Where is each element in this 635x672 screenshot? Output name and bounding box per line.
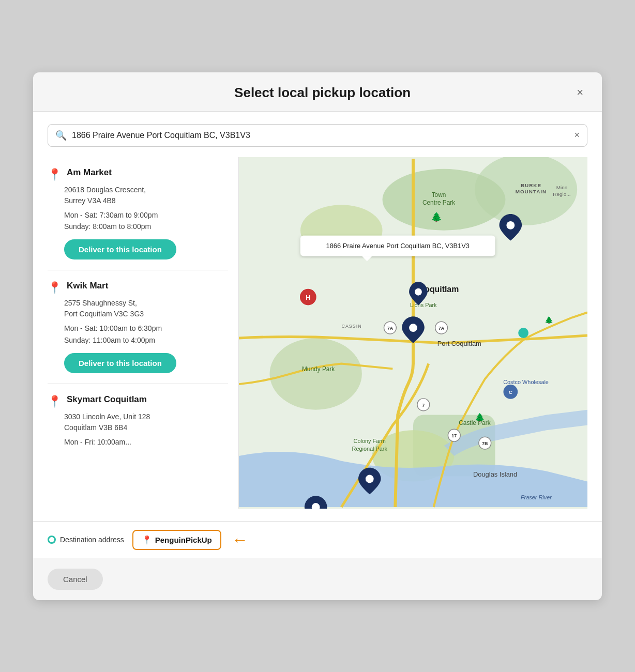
location-item-skymart: 📍 Skymart Coquitlam 3030 Lincoln Ave, Un… [48, 384, 228, 465]
map-svg: 7 7B 7A 7A 17 Town Centre Park BURKE M [239, 157, 587, 509]
svg-point-42 [506, 221, 515, 229]
svg-text:Town: Town [432, 191, 446, 198]
map-container: 7 7B 7A 7A 17 Town Centre Park BURKE M [239, 157, 587, 509]
svg-text:1866 Praire Avenue Port Coquit: 1866 Praire Avenue Port Coquitlam BC, V3… [326, 242, 470, 250]
location-name-row-skymart: 📍 Skymart Coquitlam [48, 394, 228, 408]
search-input[interactable] [72, 131, 569, 140]
modal-title: Select local pickup location [70, 85, 574, 101]
svg-text:CASSIN: CASSIN [342, 324, 362, 329]
location-item-kwik-mart: 📍 Kwik Mart 2575 Shaughnessy St, Port Co… [48, 270, 228, 384]
svg-text:BURKE: BURKE [521, 182, 541, 188]
map-pin-icon-skymart: 📍 [48, 395, 62, 408]
svg-text:🌲: 🌲 [431, 211, 443, 222]
svg-text:Centre Park: Centre Park [422, 199, 455, 206]
locations-list: 📍 Am Market 20618 Douglas Crescent, Surr… [48, 157, 239, 509]
deliver-button-kwik-mart[interactable]: Deliver to this location [64, 353, 176, 373]
location-hours-am-market: Mon - Sat: 7:30am to 9:00pm Sunday: 8:00… [64, 209, 228, 233]
svg-point-41 [518, 328, 528, 338]
destination-indicator: Destination address [48, 536, 124, 544]
location-name-kwik-mart: Kwik Mart [67, 281, 108, 291]
map-pin-icon-kwik-mart: 📍 [48, 281, 62, 295]
location-name-am-market: Am Market [67, 167, 112, 178]
location-name-row-kwik: 📍 Kwik Mart [48, 281, 228, 295]
search-icon: 🔍 [55, 130, 67, 141]
location-hours-skymart: Mon - Fri: 10:00am... [64, 436, 228, 448]
svg-text:7A: 7A [439, 326, 445, 331]
search-bar: 🔍 × [48, 124, 587, 147]
location-item-am-market: 📍 Am Market 20618 Douglas Crescent, Surr… [48, 157, 228, 271]
location-name-row: 📍 Am Market [48, 167, 228, 181]
penguin-pickup-label: PenguinPickUp [155, 536, 212, 544]
destination-label: Destination address [60, 536, 124, 544]
svg-text:Douglas Island: Douglas Island [473, 470, 517, 478]
svg-point-45 [366, 475, 374, 483]
svg-text:🌲: 🌲 [475, 412, 485, 422]
penguin-pickup-pin-icon: 📍 [142, 535, 152, 545]
cancel-button[interactable]: Cancel [48, 569, 103, 590]
location-address-skymart: 3030 Lincoln Ave, Unit 128 Coquitlam V3B… [64, 411, 228, 433]
penguin-pickup-badge[interactable]: 📍 PenguinPickUp [132, 530, 221, 550]
svg-text:Regio...: Regio... [553, 191, 570, 197]
arrow-right-icon: ← [232, 530, 248, 549]
svg-text:Colony Farm: Colony Farm [354, 438, 386, 444]
close-button[interactable]: × [574, 85, 585, 100]
svg-text:MOUNTAIN: MOUNTAIN [516, 189, 547, 194]
footer: Cancel [33, 558, 602, 600]
location-name-skymart: Skymart Coquitlam [67, 394, 147, 405]
svg-text:Costco Wholesale: Costco Wholesale [503, 379, 549, 385]
svg-text:7B: 7B [482, 441, 488, 446]
modal-header: Select local pickup location × [33, 72, 602, 112]
map-area: 7 7B 7A 7A 17 Town Centre Park BURKE M [239, 157, 587, 509]
destination-dot [48, 536, 56, 544]
svg-point-43 [409, 324, 417, 332]
svg-text:7: 7 [422, 402, 425, 407]
location-address-am-market: 20618 Douglas Crescent, Surrey V3A 4B8 [64, 185, 228, 206]
map-pin-icon-am-market: 📍 [48, 168, 62, 181]
content-area: 📍 Am Market 20618 Douglas Crescent, Surr… [48, 157, 587, 509]
svg-text:Port Coquitlam: Port Coquitlam [437, 339, 481, 347]
search-clear-button[interactable]: × [574, 130, 580, 141]
svg-text:Fraser River: Fraser River [521, 494, 552, 500]
svg-text:7A: 7A [387, 326, 394, 331]
svg-text:Lions Park: Lions Park [410, 302, 437, 308]
svg-text:H: H [306, 293, 310, 301]
modal-body: 🔍 × 📍 Am Market 20618 Douglas Crescent, … [33, 112, 602, 521]
location-address-kwik-mart: 2575 Shaughnessy St, Port Coquitlam V3C … [64, 298, 228, 319]
svg-point-44 [415, 288, 422, 295]
svg-text:Minn: Minn [556, 185, 567, 190]
deliver-button-am-market[interactable]: Deliver to this location [64, 239, 176, 259]
svg-point-4 [269, 338, 361, 409]
svg-text:Regional Park: Regional Park [352, 445, 388, 451]
bottom-bar: Destination address 📍 PenguinPickUp ← [33, 521, 602, 558]
svg-text:🌲: 🌲 [545, 316, 554, 325]
svg-text:C: C [509, 389, 512, 394]
location-hours-kwik-mart: Mon - Sat: 10:00am to 6:30pm Sunday: 11:… [64, 323, 228, 346]
svg-text:Mundy Park: Mundy Park [302, 365, 335, 373]
svg-text:17: 17 [451, 433, 457, 438]
modal-container: Select local pickup location × 🔍 × 📍 Am … [33, 72, 602, 600]
